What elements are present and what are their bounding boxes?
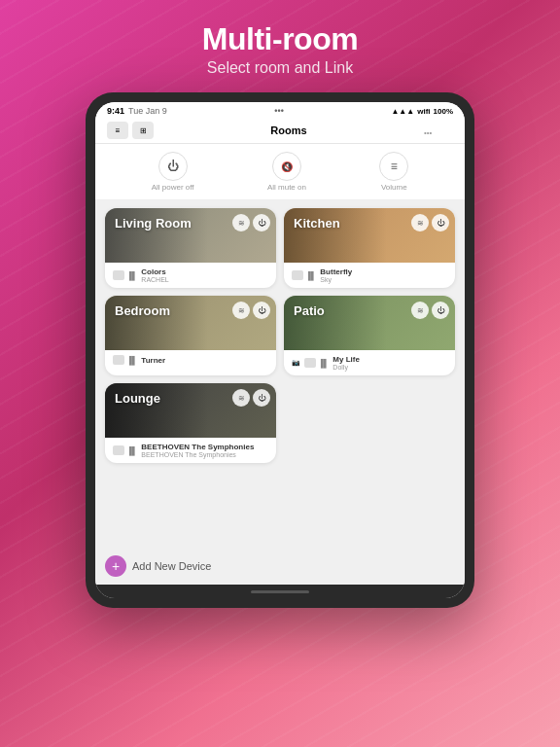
kitchen-device-icons: ▐▌ — [292, 270, 316, 280]
power-label: All power off — [152, 183, 194, 192]
bedroom-song-info: Turner — [141, 356, 165, 365]
power-icon-b: ⏻ — [258, 306, 265, 315]
eq-icon-l: ≋ — [238, 394, 245, 403]
room-image-lounge: Lounge ≋ ⏻ — [105, 383, 276, 438]
room-card-kitchen[interactable]: Kitchen ≋ ⏻ ▐▌ Butterfly Sky — [284, 208, 455, 288]
toolbar-more: ••• — [424, 122, 453, 139]
volume-control[interactable]: ≡ Volume — [379, 152, 408, 192]
room-equalizer-btn[interactable]: ≋ — [232, 214, 250, 231]
room-card-bedroom[interactable]: Bedroom ≋ ⏻ ▐▌ Turner — [105, 296, 276, 375]
kitchen-eq-btn[interactable]: ≋ — [411, 214, 429, 231]
room-label-bedroom: Bedroom — [115, 303, 170, 318]
power-icon: ⏻ — [167, 160, 179, 173]
battery-indicator: 100% — [434, 107, 453, 116]
volume-circle: ≡ — [379, 152, 408, 181]
volume-label: Volume — [381, 183, 407, 192]
room-card-patio[interactable]: Patio ≋ ⏻ 📷 ▐▌ My Life Dolly — [284, 296, 455, 375]
all-power-off-control[interactable]: ⏻ All power off — [152, 152, 194, 192]
page-title: Multi-room — [202, 21, 358, 57]
toolbar-btn-2[interactable]: ⊞ — [132, 122, 154, 139]
power-icon-l: ⏻ — [258, 394, 265, 403]
room-song-info: Colors RACHEL — [141, 267, 168, 283]
power-icon-k: ⏻ — [437, 219, 444, 228]
bars-icon-b: ▐▌ — [126, 356, 137, 365]
bedroom-overlay-controls: ≋ ⏻ — [232, 302, 270, 319]
mute-label: All mute on — [267, 183, 306, 192]
lounge-card-area: Lounge ≋ ⏻ ▐▌ BEETHOVEN The Symphonies — [105, 383, 455, 463]
status-right: ▲▲▲ wifi 100% — [391, 107, 453, 116]
room-card-living-room[interactable]: Living Room ≋ ⏻ ▐▌ Colors RACHEL — [105, 208, 276, 288]
room-footer-living-room: ▐▌ Colors RACHEL — [105, 263, 276, 288]
bedroom-eq-btn[interactable]: ≋ — [232, 302, 250, 319]
camera-icon: 📷 — [292, 359, 300, 367]
room-overlay-controls: ≋ ⏻ — [232, 214, 270, 231]
room-footer-lounge: ▐▌ BEETHOVEN The Symphonies BEETHOVEN Th… — [105, 438, 276, 463]
kitchen-overlay-controls: ≋ ⏻ — [411, 214, 449, 231]
lounge-power-btn[interactable]: ⏻ — [253, 389, 270, 407]
ipad-device: 9:41 Tue Jan 9 ••• ▲▲▲ wifi 100% ≡ ⊞ Roo… — [86, 92, 474, 608]
room-footer-patio: 📷 ▐▌ My Life Dolly — [284, 350, 455, 375]
mute-icon: 🔇 — [281, 161, 293, 172]
add-device-label: Add New Device — [132, 560, 211, 572]
wifi-icon: wifi — [417, 107, 430, 116]
song-title-l: BEETHOVEN The Symphonies — [141, 443, 254, 451]
status-time-area: 9:41 Tue Jan 9 — [107, 106, 167, 116]
bars-icon: ▐▌ — [126, 271, 137, 280]
room-label-patio: Patio — [294, 303, 325, 318]
toolbar-left: ≡ ⊞ — [107, 122, 154, 139]
power-circle: ⏻ — [158, 152, 188, 181]
room-footer-kitchen: ▐▌ Butterfly Sky — [284, 263, 455, 288]
room-card-lounge[interactable]: Lounge ≋ ⏻ ▐▌ BEETHOVEN The Symphonies — [105, 383, 276, 463]
room-image-patio: Patio ≋ ⏻ — [284, 296, 455, 350]
patio-power-btn[interactable]: ⏻ — [432, 302, 449, 319]
eq-icon-k: ≋ — [417, 219, 424, 228]
status-date: Tue Jan 9 — [128, 106, 167, 116]
add-device-icon: + — [105, 555, 126, 577]
bars-icon-k: ▐▌ — [305, 271, 316, 280]
bars-icon-p: ▐▌ — [318, 359, 329, 368]
home-bar — [95, 585, 465, 598]
kitchen-power-btn[interactable]: ⏻ — [432, 214, 449, 231]
room-label-kitchen: Kitchen — [294, 216, 340, 231]
room-footer-bedroom: ▐▌ Turner — [105, 350, 276, 370]
room-label-lounge: Lounge — [115, 391, 160, 406]
status-center-dots: ••• — [274, 106, 283, 116]
global-controls-row: ⏻ All power off 🔇 All mute on ≡ Volume — [95, 144, 465, 200]
song-artist-k: Sky — [320, 276, 352, 283]
toolbar-btn-1[interactable]: ≡ — [107, 122, 128, 139]
eq-icon-b: ≋ — [238, 306, 245, 315]
patio-eq-btn[interactable]: ≋ — [411, 302, 429, 319]
lounge-device-icons: ▐▌ — [113, 445, 137, 455]
mute-circle: 🔇 — [272, 152, 301, 181]
signal-icon: ▲▲▲ — [391, 107, 414, 116]
song-title-p: My Life — [332, 355, 360, 364]
bars-icon-l: ▐▌ — [126, 446, 137, 455]
room-image-living-room: Living Room ≋ ⏻ — [105, 208, 276, 263]
volume-icon: ≡ — [391, 160, 398, 173]
menu-icon: ≡ — [116, 126, 121, 135]
eq-icon-p: ≋ — [417, 306, 424, 315]
kitchen-song-info: Butterfly Sky — [320, 267, 352, 283]
grid-icon: ⊞ — [140, 126, 147, 135]
all-mute-control[interactable]: 🔇 All mute on — [267, 152, 306, 192]
rooms-grid: Living Room ≋ ⏻ ▐▌ Colors RACHEL — [95, 200, 465, 548]
home-indicator — [251, 590, 309, 593]
bedroom-power-btn[interactable]: ⏻ — [253, 302, 270, 319]
room-image-bedroom: Bedroom ≋ ⏻ — [105, 296, 276, 350]
power-icon-p: ⏻ — [437, 306, 444, 315]
room-device-icons: ▐▌ — [113, 270, 137, 280]
add-device-row[interactable]: + Add New Device — [95, 548, 465, 585]
device-icon-b1 — [113, 355, 124, 365]
toolbar-title: Rooms — [270, 124, 306, 136]
lounge-song-info: BEETHOVEN The Symphonies BEETHOVEN The S… — [141, 443, 254, 458]
room-power-btn[interactable]: ⏻ — [253, 214, 270, 231]
song-title-k: Butterfly — [320, 267, 352, 276]
status-time: 9:41 — [107, 106, 124, 116]
room-label-living-room: Living Room — [115, 216, 192, 231]
power-icon-sm: ⏻ — [258, 219, 265, 228]
song-title-b: Turner — [141, 356, 165, 365]
room-image-kitchen: Kitchen ≋ ⏻ — [284, 208, 455, 263]
patio-overlay-controls: ≋ ⏻ — [411, 302, 449, 319]
lounge-overlay-controls: ≋ ⏻ — [232, 389, 270, 407]
lounge-eq-btn[interactable]: ≋ — [232, 389, 250, 407]
